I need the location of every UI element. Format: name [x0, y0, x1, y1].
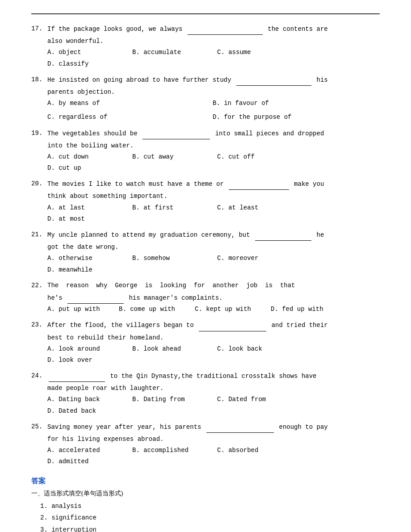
q18-text: He insisted on going abroad to have furt… — [47, 74, 380, 86]
answer-item-2: 2. significance — [40, 512, 380, 524]
q21-option-d: D. meanwhile — [47, 264, 128, 276]
q17-options: A. object B. accumulate C. assume D. cla… — [47, 47, 380, 69]
q20-number: 20. — [31, 178, 47, 190]
q22-text: The reason why George is looking for ano… — [47, 280, 380, 291]
q25-continuation: for his living expenses abroad. — [47, 434, 380, 445]
q18-option-b: B. in favour of — [213, 98, 293, 109]
question-21: 21. My uncle planned to attend my gradua… — [31, 229, 380, 276]
q21-options: A. otherwise B. somehow C. moreover D. m… — [47, 253, 380, 275]
q17-text: If the package looks good, we always the… — [47, 23, 380, 35]
q21-option-a: A. otherwise — [47, 253, 128, 264]
q20-option-d: D. at most — [47, 214, 128, 225]
question-19-line: 19. The vegetables should be into small … — [31, 128, 380, 139]
q21-continuation: got the date wrong. — [47, 242, 380, 253]
q22-option-b: B. come up with — [119, 304, 190, 315]
q18-options-2: C. regardless of D. for the purpose of — [47, 112, 380, 123]
question-19: 19. The vegetables should be into small … — [31, 128, 380, 174]
question-20-line: 20. The movies I like to watch must have… — [31, 178, 380, 190]
answers-title: 答案 — [31, 477, 380, 486]
q23-option-b: B. look ahead — [132, 343, 213, 355]
q20-text: The movies I like to watch must have a t… — [47, 178, 380, 190]
question-17: 17. If the package looks good, we always… — [31, 23, 380, 70]
q18-options: A. by means of B. in favour of — [47, 98, 380, 109]
q21-option-c: C. moreover — [217, 253, 298, 264]
q21-blank — [255, 229, 311, 241]
q24-option-c: C. Dated from — [217, 394, 298, 405]
answer-item-1: 1. analysis — [40, 500, 380, 512]
q20-option-b: B. at first — [132, 202, 213, 214]
question-23: 23. After the flood, the villagers began… — [31, 319, 380, 366]
question-25: 25. Saving money year after year, his pa… — [31, 421, 380, 468]
q24-text: to the Qin Dynasty,the traditional cross… — [47, 370, 380, 382]
q22-continuation: he's his manager's complaints. — [47, 292, 380, 304]
q20-continuation: think about something important. — [47, 191, 380, 202]
q20-blank — [229, 178, 289, 190]
answers-subtitle: 一、适当形式填空(单句适当形式) — [31, 490, 380, 498]
answers-section: 答案 一、适当形式填空(单句适当形式) 1. analysis 2. signi… — [31, 477, 380, 532]
question-20: 20. The movies I like to watch must have… — [31, 178, 380, 225]
q25-option-b: B. accomplished — [132, 445, 213, 456]
question-22-line: 22. The reason why George is looking for… — [31, 280, 380, 291]
q19-continuation: into the boiling water. — [47, 140, 380, 151]
q24-option-d: D. Dated back — [47, 406, 128, 417]
q21-option-b: B. somehow — [132, 253, 213, 264]
q22-number: 22. — [31, 280, 47, 291]
q19-number: 19. — [31, 128, 47, 139]
top-border — [31, 13, 380, 14]
q19-text: The vegetables should be into small piec… — [47, 128, 380, 139]
question-18: 18. He insisted on going abroad to have … — [31, 74, 380, 123]
q22-option-a: A. put up with — [47, 304, 114, 315]
q25-text: Saving money year after year, his parent… — [47, 421, 380, 433]
q20-option-a: A. at last — [47, 202, 128, 214]
q23-options: A. look around B. look ahead C. look bac… — [47, 343, 380, 366]
q24-option-b: B. Dating from — [132, 394, 213, 405]
question-23-line: 23. After the flood, the villagers began… — [31, 319, 380, 331]
q22-blank — [67, 292, 124, 304]
q19-options: A. cut down B. cut away C. cut off D. cu… — [47, 151, 380, 174]
q17-option-a: A. object — [47, 47, 128, 58]
q19-option-b: B. cut away — [132, 151, 213, 163]
q25-options: A. accelerated B. accomplished C. absorb… — [47, 445, 380, 467]
q24-options: A. Dating back B. Dating from C. Dated f… — [47, 394, 380, 416]
q18-continuation: parents objection. — [47, 87, 380, 98]
q23-number: 23. — [31, 319, 47, 331]
question-24-line: 24. to the Qin Dynasty,the traditional c… — [31, 370, 380, 382]
q18-option-a: A. by means of — [47, 98, 208, 109]
q21-text: My uncle planned to attend my graduation… — [47, 229, 380, 241]
q23-text: After the flood, the villagers began to … — [47, 319, 380, 331]
q18-number: 18. — [31, 74, 47, 86]
question-17-line: 17. If the package looks good, we always… — [31, 23, 380, 35]
q25-blank — [206, 421, 274, 433]
q21-number: 21. — [31, 229, 47, 241]
q25-number: 25. — [31, 421, 47, 433]
q17-option-b: B. accumulate — [132, 47, 213, 58]
q19-blank — [143, 128, 210, 139]
question-25-line: 25. Saving money year after year, his pa… — [31, 421, 380, 433]
q22-options: A. put up with B. come up with C. kept u… — [47, 304, 380, 315]
q19-option-c: C. cut off — [217, 151, 298, 163]
q17-continuation: also wonderful. — [47, 36, 380, 47]
q17-option-c: C. assume — [217, 47, 298, 58]
q18-blank — [236, 74, 311, 86]
q20-option-c: C. at least — [217, 202, 298, 214]
page: 17. If the package looks good, we always… — [0, 0, 411, 532]
q23-blank — [199, 319, 266, 331]
question-18-line: 18. He insisted on going abroad to have … — [31, 74, 380, 86]
q20-options: A. at last B. at first C. at least D. at… — [47, 202, 380, 225]
q23-option-c: C. look back — [217, 343, 298, 355]
q24-blank — [49, 370, 105, 382]
answer-item-3: 3. interruption — [40, 524, 380, 532]
q18-option-d: D. for the purpose of — [213, 112, 293, 123]
q25-option-d: D. admitted — [47, 456, 128, 467]
q19-option-d: D. cut up — [47, 163, 128, 174]
q25-option-c: C. absorbed — [217, 445, 298, 456]
q24-number: 24. — [31, 370, 47, 382]
q23-option-a: A. look around — [47, 343, 128, 355]
q23-continuation: best to rebuild their homeland. — [47, 332, 380, 343]
question-22: 22. The reason why George is looking for… — [31, 280, 380, 315]
q23-option-d: D. look over — [47, 355, 128, 366]
question-21-line: 21. My uncle planned to attend my gradua… — [31, 229, 380, 241]
q22-option-d: D. fed up with — [271, 304, 351, 315]
q19-option-a: A. cut down — [47, 151, 128, 163]
q24-continuation: made people roar with laughter. — [47, 383, 380, 394]
